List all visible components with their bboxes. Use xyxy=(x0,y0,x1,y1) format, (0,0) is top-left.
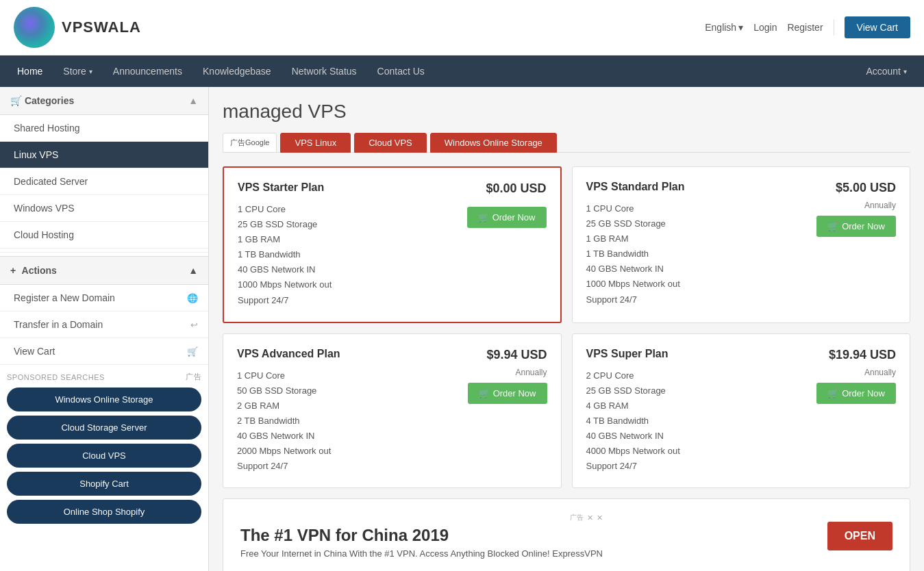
main-layout: 🛒 Categories ▲ Shared Hosting Linux VPS … xyxy=(0,87,924,571)
plan-name-starter: VPS Starter Plan xyxy=(238,181,454,194)
ad-open-button[interactable]: OPEN xyxy=(827,522,892,550)
tab-bar: 广告Google VPS Linux Cloud VPS Windows Onl… xyxy=(223,133,910,153)
feature-1-2: 1 GB RAM xyxy=(586,231,804,246)
register-link[interactable]: Register xyxy=(787,22,823,33)
nav-contact[interactable]: Contact Us xyxy=(367,55,435,87)
divider xyxy=(834,19,834,36)
plan-info-advanced: VPS Advanced Plan 1 CPU Core 50 GB SSD S… xyxy=(237,348,455,474)
action-view-cart[interactable]: View Cart 🛒 xyxy=(0,338,208,365)
action-transfer-domain[interactable]: Transfer in a Domain ↩ xyxy=(0,312,208,338)
nav-knowledgebase[interactable]: Knowledgebase xyxy=(192,55,282,87)
categories-header: 🛒 Categories ▲ xyxy=(0,87,208,115)
plan-period-standard: Annually xyxy=(864,201,896,210)
feature-0-5: 1000 Mbps Network out xyxy=(238,277,454,292)
feature-1-0: 1 CPU Core xyxy=(586,201,804,216)
nav-announcements[interactable]: Announcements xyxy=(103,55,192,87)
sponsored-label: SPONSORED SEARCHES xyxy=(7,373,105,381)
top-bar-right: English ▾ Login Register View Cart xyxy=(705,16,910,38)
sidebar: 🛒 Categories ▲ Shared Hosting Linux VPS … xyxy=(0,87,209,571)
store-arrow: ▾ xyxy=(89,68,92,75)
sidebar-item-cloud-hosting[interactable]: Cloud Hosting xyxy=(0,222,208,249)
vps-linux-tab-label: VPS Linux xyxy=(295,138,336,148)
plan-price-super: $19.94 USD xyxy=(829,348,896,362)
ad-top-bar: 广告 ✕ ✕ xyxy=(240,513,603,522)
logo-area: VPSWALA xyxy=(14,7,141,48)
feature-3-5: 4000 Mbps Network out xyxy=(586,444,804,459)
sponsored-item-3[interactable]: Shopify Cart xyxy=(7,472,201,496)
cart-icon-super: 🛒 xyxy=(827,388,838,398)
sponsored-item-2[interactable]: Cloud VPS xyxy=(7,444,201,468)
feature-2-0: 1 CPU Core xyxy=(237,368,455,383)
plan-pricing-starter: $0.00 USD 🛒 Order Now xyxy=(464,181,547,228)
nav-store[interactable]: Store ▾ xyxy=(53,55,102,87)
feature-2-4: 40 GBS Network IN xyxy=(237,429,455,444)
plan-name-standard: VPS Standard Plan xyxy=(586,181,804,193)
order-btn-advanced[interactable]: 🛒 Order Now xyxy=(468,383,547,404)
globe-icon: 🌐 xyxy=(187,293,198,303)
feature-2-2: 2 GB RAM xyxy=(237,398,455,414)
feature-3-1: 25 GB SSD Storage xyxy=(586,383,804,398)
nav-account[interactable]: Account ▾ xyxy=(856,55,917,87)
google-tab-label: 广告Google xyxy=(230,138,269,148)
main-content: managed VPS 广告Google VPS Linux Cloud VPS… xyxy=(209,87,924,571)
order-btn-starter[interactable]: 🛒 Order Now xyxy=(467,207,547,228)
tab-windows-storage[interactable]: Windows Online Storage xyxy=(430,133,557,153)
feature-3-2: 4 GB RAM xyxy=(586,398,804,414)
plan-pricing-standard: $5.00 USD Annually 🛒 Order Now xyxy=(814,181,896,237)
sidebar-item-shared-hosting[interactable]: Shared Hosting xyxy=(0,115,208,142)
sidebar-item-linux-vps[interactable]: Linux VPS xyxy=(0,142,208,168)
order-btn-super[interactable]: 🛒 Order Now xyxy=(816,383,896,404)
plans-grid: VPS Starter Plan 1 CPU Core 25 GB SSD St… xyxy=(223,166,910,488)
feature-3-6: Support 24/7 xyxy=(586,459,804,474)
sidebar-item-windows-vps[interactable]: Windows VPS xyxy=(0,195,208,222)
ad-content: 广告 ✕ ✕ The #1 VPN for China 2019 Free Yo… xyxy=(240,513,603,559)
plan-features-super: 2 CPU Core 25 GB SSD Storage 4 GB RAM 4 … xyxy=(586,368,804,474)
feature-2-1: 50 GB SSD Storage xyxy=(237,383,455,398)
sponsored-item-4[interactable]: Online Shop Shopify xyxy=(7,500,201,524)
plan-card-super: VPS Super Plan 2 CPU Core 25 GB SSD Stor… xyxy=(572,333,911,489)
nav-home[interactable]: Home xyxy=(7,55,53,87)
ad-close-icon[interactable]: ✕ xyxy=(597,513,603,522)
feature-0-3: 1 TB Bandwidth xyxy=(238,247,454,262)
plan-name-advanced: VPS Advanced Plan xyxy=(237,348,455,360)
categories-toggle[interactable]: ▲ xyxy=(188,95,198,106)
plan-period-advanced: Annually xyxy=(515,368,547,377)
sponsored-item-0[interactable]: Windows Online Storage xyxy=(7,388,201,411)
plan-card-starter: VPS Starter Plan 1 CPU Core 25 GB SSD St… xyxy=(223,166,562,323)
tab-vps-linux[interactable]: VPS Linux xyxy=(280,133,351,153)
plan-price-advanced: $9.94 USD xyxy=(486,348,547,362)
cart-icon-standard: 🛒 xyxy=(827,221,838,231)
feature-1-4: 40 GBS Network IN xyxy=(586,262,804,277)
ad-resize-icon[interactable]: ✕ xyxy=(587,513,593,522)
plan-features-standard: 1 CPU Core 25 GB SSD Storage 1 GB RAM 1 … xyxy=(586,201,804,307)
order-btn-standard[interactable]: 🛒 Order Now xyxy=(816,216,896,237)
plan-info-starter: VPS Starter Plan 1 CPU Core 25 GB SSD St… xyxy=(238,181,454,308)
plan-card-advanced: VPS Advanced Plan 1 CPU Core 50 GB SSD S… xyxy=(223,333,562,489)
action-register-domain[interactable]: Register a New Domain 🌐 xyxy=(0,285,208,312)
logo-icon xyxy=(14,7,55,48)
sidebar-item-dedicated-server[interactable]: Dedicated Server xyxy=(0,168,208,195)
view-cart-button[interactable]: View Cart xyxy=(845,16,910,38)
language-selector[interactable]: English ▾ xyxy=(705,22,743,33)
cart-action-icon: 🛒 xyxy=(187,346,198,357)
page-title: managed VPS xyxy=(223,101,910,123)
cart-icon-starter: 🛒 xyxy=(478,212,489,223)
feature-0-1: 25 GB SSD Storage xyxy=(238,217,454,232)
ad-tag: 广告 xyxy=(570,513,584,522)
actions-header: + Actions ▲ xyxy=(0,256,208,285)
feature-2-5: 2000 Mbps Network out xyxy=(237,444,455,459)
tab-cloud-vps[interactable]: Cloud VPS xyxy=(354,133,427,153)
sponsored-item-1[interactable]: Cloud Storage Server xyxy=(7,416,201,440)
plan-price-starter: $0.00 USD xyxy=(486,181,546,196)
login-link[interactable]: Login xyxy=(753,22,777,33)
tab-google[interactable]: 广告Google xyxy=(223,133,277,153)
feature-0-2: 1 GB RAM xyxy=(238,232,454,247)
nav-network-status[interactable]: Network Status xyxy=(282,55,367,87)
ad-banner: 广告 ✕ ✕ The #1 VPN for China 2019 Free Yo… xyxy=(223,498,910,571)
categories-label: 🛒 Categories xyxy=(10,95,74,106)
sidebar-divider xyxy=(0,252,208,253)
plan-card-standard: VPS Standard Plan 1 CPU Core 25 GB SSD S… xyxy=(572,166,911,323)
actions-toggle[interactable]: ▲ xyxy=(188,265,198,276)
feature-0-6: Support 24/7 xyxy=(238,293,454,308)
sponsored-ad-tag: 广告 xyxy=(186,372,201,382)
